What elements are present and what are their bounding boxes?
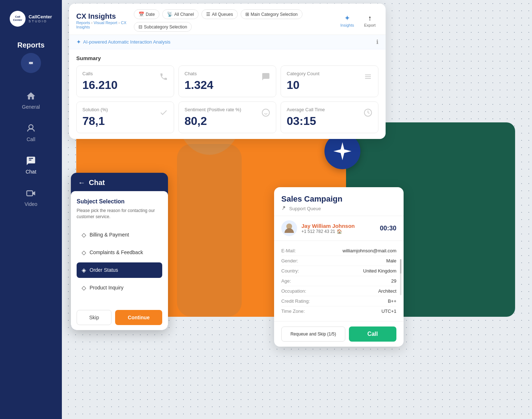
detail-gender: Gender: Male <box>281 256 396 266</box>
chat-skip-button[interactable]: Skip <box>77 310 112 325</box>
chat-option-billing[interactable]: ◇ Billing & Payment <box>77 227 162 243</box>
chat-subject-desc: Please pick the reason for contacting ou… <box>77 208 162 220</box>
grid-icon: ⊞ <box>245 12 249 17</box>
filter-main-category-label: Main Category Selection <box>251 12 298 17</box>
timezone-label: Time Zone: <box>281 308 305 314</box>
insights-action-btn[interactable]: ✦ Insights <box>337 12 357 29</box>
credit-label: Credit Rating: <box>281 298 310 304</box>
chat-option-complaints-label: Complaints & Feedback <box>90 249 143 255</box>
chat-panel-header: ← Chat <box>71 173 168 191</box>
subgrid-icon: ⊟ <box>138 24 142 30</box>
channel-icon: 📡 <box>167 12 173 17</box>
filter-queues[interactable]: ☰ All Queues <box>201 9 238 19</box>
category-label: Category Count <box>287 71 319 76</box>
svg-rect-4 <box>27 191 32 196</box>
logo-text: CallCenterSTUDIO <box>28 14 52 23</box>
filter-date[interactable]: 📅 Date <box>134 9 159 19</box>
contact-timer: 00:30 <box>380 225 396 232</box>
summary-grid: Calls 16.210 Chats 1.324 <box>76 66 378 97</box>
age-value: 29 <box>391 278 396 284</box>
chat-option-product[interactable]: ◇ Product Inquiry <box>77 280 162 296</box>
chat-option-product-label: Product Inquiry <box>90 285 123 290</box>
sales-panel-header: Sales Campaign Support Queue <box>274 187 404 216</box>
chat-panel: ← Chat Subject Selection Please pick the… <box>71 173 168 330</box>
chat-option-order-label: Order Status <box>90 267 118 273</box>
filter-queues-label: All Queues <box>212 12 233 17</box>
email-label: E-Mail: <box>281 248 296 253</box>
solution-value: 78,1 <box>82 114 108 128</box>
summary-card-solution: Solution (%) 78,1 <box>76 102 174 133</box>
detail-email: E-Mail: williamjohnson@mail.com <box>281 246 396 256</box>
main-area: CX Insights Reports › Visual Report › CX… <box>62 0 532 419</box>
breadcrumb-part2: Visual Report <box>94 21 117 25</box>
sales-queue: Support Queue <box>281 205 396 212</box>
chat-icon <box>25 155 37 167</box>
sidebar-item-call[interactable]: Call <box>0 118 62 147</box>
order-icon: ◈ <box>82 267 86 274</box>
call-icon <box>25 123 37 134</box>
panel-title: CX Insights <box>76 12 134 21</box>
filter-main-category[interactable]: ⊞ Main Category Selection <box>241 9 303 19</box>
scrollbar-thumb[interactable] <box>400 259 401 274</box>
sidebar: Call Center CallCenterSTUDIO Reports Gen… <box>0 0 62 419</box>
svg-text:Center: Center <box>13 18 22 22</box>
sales-contact: Jay William Johnson +1 512 782 43 21 🏠 0… <box>274 216 404 241</box>
contact-phone-number: +1 512 782 43 21 <box>301 229 335 234</box>
chat-body: Subject Selection Please pick the reason… <box>71 191 168 305</box>
summary-row-2: Solution (%) 78,1 Sentiment (Positive ra… <box>76 102 378 133</box>
solution-label: Solution (%) <box>82 107 108 112</box>
export-icon: ↑ <box>368 14 372 22</box>
breadcrumb: Reports › Visual Report › CX Insights <box>76 21 134 29</box>
sidebar-item-general[interactable]: General <box>0 85 62 115</box>
requeue-skip-button[interactable]: Requeue and Skip (1/5) <box>281 326 345 342</box>
sidebar-item-video[interactable]: Video <box>0 183 62 212</box>
chat-continue-button[interactable]: Continue <box>115 310 162 325</box>
svg-point-12 <box>283 206 285 208</box>
sidebar-item-chat-label: Chat <box>26 169 36 175</box>
chat-option-complaints[interactable]: ◇ Complaints & Feedback <box>77 245 162 260</box>
cx-insights-panel: CX Insights Reports › Visual Report › CX… <box>69 4 386 139</box>
filter-channel[interactable]: 📡 All Chanel <box>162 9 199 19</box>
calls-label: Calls <box>82 71 118 76</box>
summary-card-chats: Chats 1.324 <box>178 66 276 97</box>
filter-bar: 📅 Date 📡 All Chanel ☰ All Queues ⊞ Main … <box>134 9 337 32</box>
call-button[interactable]: Call <box>349 326 396 342</box>
ai-banner: ✦ AI-powered Automatic Interaction Analy… <box>69 35 386 49</box>
summary-section: Summary Calls 16.210 Chats 1.324 <box>69 49 386 139</box>
home-icon <box>25 90 37 102</box>
sidebar-nav: General Call Chat <box>0 85 62 212</box>
category-icon <box>364 72 372 83</box>
calls-icon <box>159 72 168 83</box>
summary-card-calls: Calls 16.210 <box>76 66 174 97</box>
sales-panel-footer: Requeue and Skip (1/5) Call <box>274 321 404 347</box>
sidebar-item-chat[interactable]: Chat <box>0 150 62 180</box>
age-label: Age: <box>281 278 291 284</box>
export-action-btn[interactable]: ↑ Export <box>361 13 378 29</box>
panel-title-area: CX Insights Reports › Visual Report › CX… <box>76 12 134 29</box>
sidebar-reports-toggle[interactable] <box>21 53 41 73</box>
filter-date-label: Date <box>146 12 155 17</box>
filter-subcategory-label: Subcategory Selection <box>144 24 187 30</box>
sales-details: E-Mail: williamjohnson@mail.com Gender: … <box>274 241 404 321</box>
chats-label: Chats <box>185 71 213 76</box>
breadcrumb-part1: Reports <box>76 21 90 25</box>
filter-subcategory[interactable]: ⊟ Subcategory Selection <box>134 22 192 32</box>
gender-value: Male <box>386 258 396 263</box>
avg-call-time-label: Average Call Time <box>287 107 325 112</box>
sidebar-reports-section: Reports <box>0 41 62 73</box>
detail-country: Country: United Kingdom <box>281 266 396 276</box>
ai-icon: ✦ <box>76 39 81 45</box>
sentiment-icon <box>262 108 270 119</box>
avg-call-time-content: Average Call Time 03:15 <box>287 107 325 128</box>
logo-icon: Call Center <box>10 11 26 27</box>
clock-icon <box>364 108 372 119</box>
chat-back-button[interactable]: ← <box>78 179 85 187</box>
info-icon[interactable]: ℹ <box>376 39 378 45</box>
contact-avatar <box>281 220 297 236</box>
category-content: Category Count 10 <box>287 71 319 92</box>
chat-subject-title: Subject Selection <box>77 198 162 205</box>
summary-card-category: Category Count 10 <box>281 66 378 97</box>
queue-icon <box>281 205 287 212</box>
calendar-icon: 📅 <box>138 12 144 17</box>
chat-option-order-status[interactable]: ◈ Order Status <box>77 262 162 278</box>
